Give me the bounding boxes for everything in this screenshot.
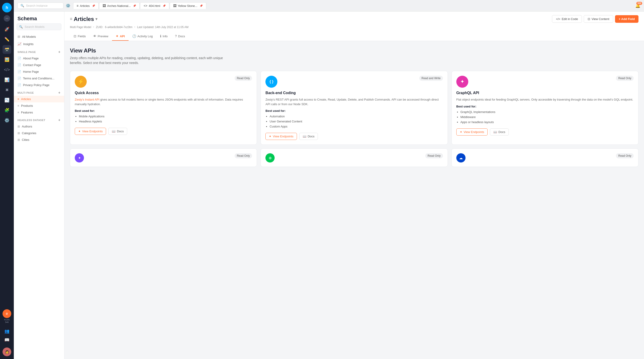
instance-icon[interactable]: e (2, 309, 11, 318)
sidebar-search[interactable]: 🔍 Search Models (16, 24, 62, 30)
nav-avatar[interactable]: 👩 (2, 347, 11, 356)
articles-label: Articles (21, 97, 31, 101)
docs-tab-icon: ? (175, 34, 177, 38)
tab-activity-log[interactable]: 🕐 Activity Log (128, 32, 156, 41)
products-label: Products (21, 104, 33, 108)
pin-icon-404: 📌 (162, 4, 166, 7)
bottom2-icon: ⊕ (266, 153, 274, 162)
view-content-button[interactable]: ⊡ View Content (584, 15, 613, 23)
features-list-icon: ≡ (18, 111, 19, 114)
backend-view-endpoints-btn[interactable]: ✦ View Endpoints (266, 133, 297, 140)
sidebar-item-about[interactable]: 📄 About Page (14, 55, 64, 62)
api-tab-label: API (120, 35, 125, 38)
sidebar-item-products[interactable]: ≡ Products (14, 102, 64, 109)
nav-icon-analytics[interactable]: 📉 (2, 96, 11, 105)
list-item: Headless Applets (79, 119, 252, 124)
sidebar-link-insights[interactable]: 📈 Insights (14, 40, 64, 48)
instance-id: #1181 546 (4, 318, 10, 323)
tab-docs[interactable]: ? Docs (171, 32, 188, 41)
nav-icon-edit[interactable]: ✏️ (2, 35, 11, 44)
nav-icon-media[interactable]: 🖼️ (2, 55, 11, 64)
model-list-icon: ≡ (70, 17, 72, 22)
list-item: User Generated Content (270, 119, 443, 124)
sidebar-item-privacy[interactable]: 📄 Privacy Policy Page (14, 82, 64, 88)
view-content-label: View Content (592, 17, 609, 21)
api-cards-grid: ⚡ Read Only Quick Access Zesty's Instant… (70, 71, 638, 145)
model-tabs: ⊡ Fields 👁 Preview ✦ API 🕐 Activity Log (70, 32, 638, 41)
filter-icon[interactable]: ⚙️ (66, 4, 70, 8)
nav-icon-users[interactable]: 👥 (2, 327, 11, 335)
backend-desc: Zesty's REST API grants full access to C… (266, 97, 443, 106)
backend-badge: Read and Write (419, 76, 443, 81)
sidebar-item-categories[interactable]: ⊞ Categories (14, 130, 64, 136)
sidebar-item-features[interactable]: ≡ Features (14, 109, 64, 116)
view-endpoints-label: View Endpoints (82, 130, 102, 133)
tab-yellowstone[interactable]: 🖼 Yellow Stone... 📌 (170, 2, 206, 9)
nav-icon-apps[interactable]: 🧩 (2, 106, 11, 115)
sidebar-item-authors[interactable]: ⊞ Authors (14, 123, 64, 130)
nav-icon-settings[interactable]: ⚙️ (2, 116, 11, 125)
add-single-page-btn[interactable]: + (58, 50, 60, 54)
tab-bar: ≡ Articles 📌 🖼 Arches National... 📌 <> 4… (73, 2, 635, 9)
quick-access-view-endpoints-btn[interactable]: ✦ View Endpoints (75, 128, 106, 135)
add-headless-btn[interactable]: + (58, 118, 60, 122)
zuid-value: 6-a4be8c8dd4-7xz3tm (105, 26, 132, 29)
nav-icon-leads[interactable]: ✖ (2, 86, 11, 94)
graphql-docs-btn[interactable]: 📖 Docs (490, 128, 509, 136)
search-bar[interactable]: 🔍 Search Instance (18, 3, 64, 9)
api-card-bottom3: ☁ Read Only (452, 148, 638, 167)
instant-api-link[interactable]: Zesty's Instant API (75, 98, 99, 101)
nav-icon-schema[interactable]: 🗃️ (2, 45, 11, 54)
edit-in-code-button[interactable]: </> Edit in Code (552, 15, 582, 23)
quick-access-title: Quick Access (75, 91, 252, 95)
authors-label: Authors (22, 125, 32, 128)
nav-icon-data[interactable]: 📊 (2, 76, 11, 84)
terms-icon: 📄 (18, 77, 21, 80)
notification-button[interactable]: 🔔 999 (635, 3, 640, 8)
sidebar-item-home[interactable]: 📄 Home Page (14, 68, 64, 75)
sidebar-item-articles[interactable]: ≡ Articles (14, 96, 64, 102)
api-card-bottom2: ⊕ Read Only (260, 148, 448, 167)
nav-user-badge: e #1181 546 (2, 309, 11, 323)
tab-fields[interactable]: ⊡ Fields (70, 32, 90, 41)
docs-icon: 📖 (112, 130, 116, 133)
graphql-docs-icon: 📖 (493, 130, 497, 134)
logo[interactable]: h (2, 3, 12, 13)
bottom3-badge: Read Only (616, 153, 634, 158)
code-icon: </> (556, 17, 560, 21)
tab-preview[interactable]: 👁 Preview (90, 32, 112, 41)
sidebar-item-contact[interactable]: 📄 Contact Page (14, 62, 64, 68)
nav-icons-bottom: 👥 📖 (2, 327, 11, 344)
sidebar-item-cities[interactable]: ⊞ Cities (14, 136, 64, 143)
contact-page-label: Contact Page (23, 63, 41, 67)
model-title-row: ≡ Articles ▾ </> Edit in Code ⊡ View Con… (70, 15, 638, 23)
add-field-button[interactable]: + Add Field (615, 15, 638, 23)
tab-arches[interactable]: 🖼 Arches National... 📌 (99, 2, 140, 9)
top-bar: 🔍 Search Instance ⚙️ ≡ Articles 📌 🖼 Arch… (14, 0, 644, 12)
tab-404-icon: <> (144, 4, 147, 8)
tab-info[interactable]: ℹ Info (156, 32, 171, 41)
graphql-view-endpoints-label: View Endpoints (464, 130, 484, 134)
nav-icon-docs[interactable]: 📖 (2, 335, 11, 344)
sidebar-link-all-models[interactable]: ⊞ All Models (14, 33, 64, 40)
tab-articles[interactable]: ≡ Articles 📌 (73, 2, 99, 9)
collapse-button[interactable]: >> (4, 15, 10, 22)
card-top-backend: { } Read and Write (266, 76, 443, 88)
graphql-view-endpoints-btn[interactable]: ✦ View Endpoints (456, 128, 488, 136)
add-field-label: + Add Field (619, 17, 635, 21)
cities-icon: ⊞ (18, 138, 20, 142)
search-placeholder: Search Instance (26, 4, 48, 7)
quick-access-docs-btn[interactable]: 📖 Docs (108, 128, 127, 135)
backend-best: Best used for: (266, 109, 443, 113)
add-multi-page-btn[interactable]: + (58, 91, 60, 95)
fields-tab-label: Fields (78, 35, 86, 38)
tab-api[interactable]: ✦ API (112, 32, 128, 41)
nav-icon-rocket[interactable]: 🚀 (2, 25, 11, 34)
backend-coding-icon: { } (266, 76, 278, 88)
preview-tab-label: Preview (98, 35, 108, 38)
list-item: GraphQL Implementations (460, 110, 634, 115)
nav-icon-code[interactable]: </> (2, 65, 11, 74)
sidebar-item-terms[interactable]: 📄 Terms and Conditions... (14, 75, 64, 82)
backend-docs-btn[interactable]: 📖 Docs (299, 133, 318, 140)
tab-404[interactable]: <> 404.html 📌 (140, 2, 169, 9)
